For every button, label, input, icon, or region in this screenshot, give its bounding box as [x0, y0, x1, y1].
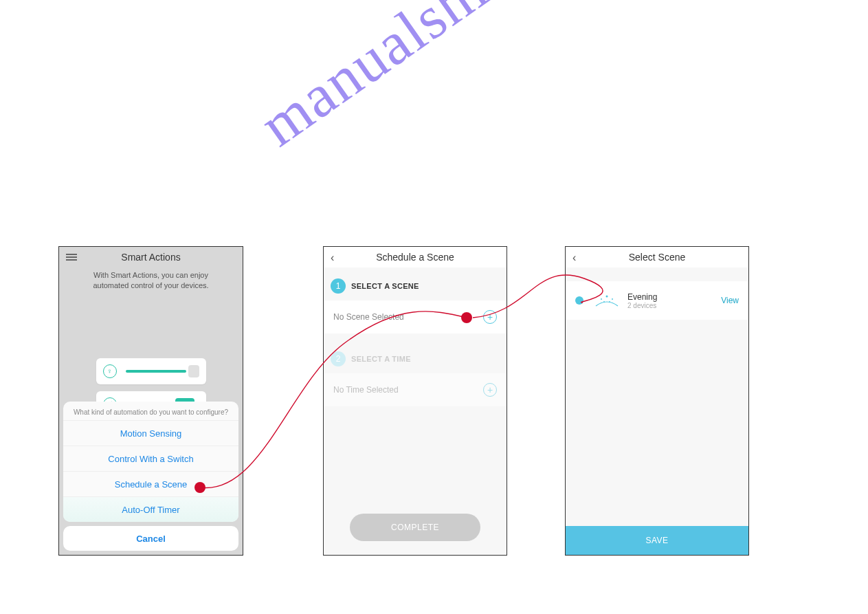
step-select-scene: 1 SELECT A SCENE	[324, 267, 507, 298]
back-icon[interactable]: ‹	[331, 252, 334, 264]
time-selector-row: No Time Selected +	[324, 373, 507, 406]
step-label: SELECT A SCENE	[351, 282, 419, 290]
sheet-question: What kind of automation do you want to c…	[63, 402, 238, 420]
step-number-1: 1	[331, 278, 346, 294]
save-button[interactable]: SAVE	[566, 526, 748, 555]
scene-name: Evening	[627, 292, 721, 302]
phone-schedule-scene: ‹ Schedule a Scene 1 SELECT A SCENE No S…	[323, 246, 507, 556]
option-control-switch[interactable]: Control With a Switch	[63, 446, 238, 471]
screen-header: Smart Actions	[59, 247, 243, 267]
option-auto-off-timer[interactable]: Auto-Off Timer	[63, 496, 238, 522]
screen-title: Schedule a Scene	[376, 252, 454, 263]
evening-scene-icon	[593, 291, 621, 310]
option-motion-sensing[interactable]: Motion Sensing	[63, 420, 238, 446]
step-label: SELECT A TIME	[351, 355, 411, 363]
callout-dot-2	[461, 312, 472, 323]
phone-select-scene: ‹ Select Scene Evening 2 devices View SA…	[565, 246, 749, 556]
svg-point-0	[601, 298, 602, 300]
svg-point-4	[609, 301, 610, 303]
watermark: manualshive.com	[247, 0, 652, 160]
phone-smart-actions: Smart Actions With Smart Actions, you ca…	[58, 246, 243, 556]
cancel-button[interactable]: Cancel	[63, 526, 238, 551]
add-scene-icon[interactable]: +	[483, 310, 497, 324]
step-number-2: 2	[331, 351, 346, 366]
hamburger-icon[interactable]	[66, 252, 77, 262]
screen-subtitle: With Smart Actions, you can enjoy automa…	[59, 267, 243, 296]
screen-header: ‹ Select Scene	[566, 247, 748, 267]
scene-selector-row[interactable]: No Scene Selected +	[324, 300, 507, 333]
svg-point-3	[603, 301, 605, 303]
svg-point-2	[612, 298, 613, 300]
action-sheet: What kind of automation do you want to c…	[59, 397, 243, 555]
back-icon[interactable]: ‹	[572, 252, 576, 264]
screen-title: Smart Actions	[121, 252, 180, 263]
time-value: No Time Selected	[333, 385, 399, 395]
step-select-time: 2 SELECT A TIME	[324, 340, 507, 371]
scene-row-evening[interactable]: Evening 2 devices View	[566, 281, 748, 320]
svg-point-1	[606, 296, 608, 298]
screen-header: ‹ Schedule a Scene	[324, 247, 507, 267]
screen-title: Select Scene	[629, 252, 686, 263]
option-schedule-scene[interactable]: Schedule a Scene	[63, 471, 238, 496]
add-time-icon: +	[483, 383, 497, 397]
radio-selected-icon[interactable]	[575, 296, 583, 305]
bulb-icon: ♀	[103, 364, 117, 378]
view-link[interactable]: View	[721, 296, 739, 305]
complete-button[interactable]: COMPLETE	[350, 514, 480, 541]
scene-value: No Scene Selected	[333, 312, 404, 322]
scene-device-count: 2 devices	[627, 302, 721, 309]
callout-dot-1	[194, 482, 205, 493]
